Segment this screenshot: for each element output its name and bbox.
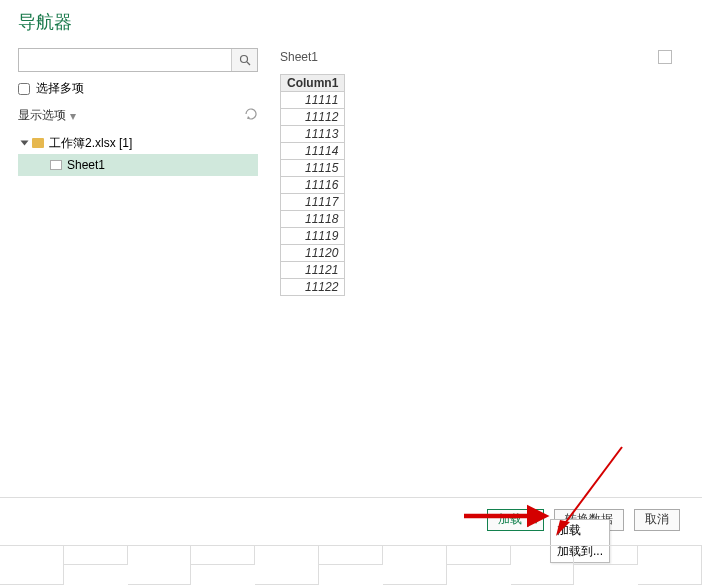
load-split-arrow[interactable]: ▾ (528, 513, 539, 527)
table-cell: 11116 (281, 177, 345, 194)
dropdown-load-item[interactable]: 加载 (551, 520, 609, 541)
multi-select-checkbox[interactable] (18, 83, 30, 95)
sheet-icon (50, 160, 62, 170)
table-cell: 11120 (281, 245, 345, 262)
preview-table: Column1 11111111121111311114111151111611… (280, 74, 345, 296)
svg-point-0 (240, 56, 247, 63)
multi-select-row: 选择多项 (18, 80, 258, 97)
preview-refresh-icon[interactable] (658, 50, 672, 64)
navigator-title: 导航器 (0, 0, 702, 40)
column-header[interactable]: Column1 (281, 75, 345, 92)
table-cell: 11122 (281, 279, 345, 296)
load-button-label: 加载 (498, 511, 522, 528)
search-wrap (18, 48, 258, 72)
tree-sheet-node[interactable]: Sheet1 (18, 154, 258, 176)
tree-panel: 选择多项 显示选项 ▾ 工作簿2.xlsx [1] Sheet1 (18, 40, 258, 296)
chevron-down-icon: ▾ (70, 109, 76, 123)
folder-icon (32, 138, 44, 148)
table-cell: 11117 (281, 194, 345, 211)
table-cell: 11113 (281, 126, 345, 143)
display-options-button[interactable]: 显示选项 ▾ (18, 107, 76, 124)
search-input[interactable] (19, 49, 231, 71)
tree-file-label: 工作簿2.xlsx [1] (49, 135, 132, 152)
preview-panel: Sheet1 Column1 1111111112111131111411115… (258, 40, 702, 296)
table-cell: 11114 (281, 143, 345, 160)
preview-title: Sheet1 (280, 50, 318, 64)
refresh-icon[interactable] (244, 107, 258, 124)
search-icon (239, 54, 251, 66)
table-cell: 11111 (281, 92, 345, 109)
svg-line-1 (247, 62, 250, 65)
search-button[interactable] (231, 49, 257, 71)
display-options-label: 显示选项 (18, 107, 66, 124)
load-button[interactable]: 加载 ▾ (487, 509, 544, 531)
table-cell: 11112 (281, 109, 345, 126)
tree-file-node[interactable]: 工作簿2.xlsx [1] (18, 132, 258, 154)
tree-sheet-label: Sheet1 (67, 158, 105, 172)
table-cell: 11115 (281, 160, 345, 177)
table-cell: 11121 (281, 262, 345, 279)
table-cell: 11119 (281, 228, 345, 245)
multi-select-label: 选择多项 (36, 80, 84, 97)
spreadsheet-grid-background (0, 545, 702, 585)
table-cell: 11118 (281, 211, 345, 228)
cancel-button[interactable]: 取消 (634, 509, 680, 531)
caret-icon (21, 141, 29, 146)
